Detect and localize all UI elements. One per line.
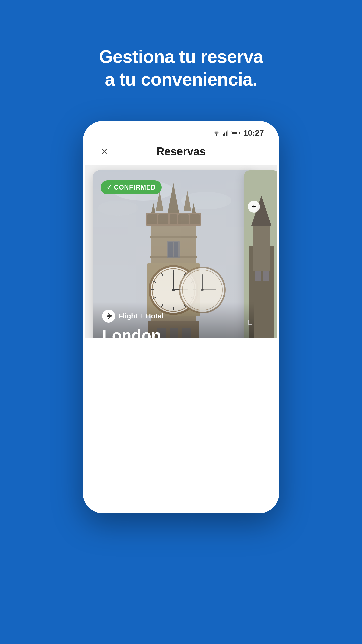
phone-frame: 10:27 × Reservas	[83, 121, 279, 513]
svg-rect-57	[253, 221, 270, 271]
status-bar: 10:27	[85, 123, 277, 140]
app-header: × Reservas	[85, 140, 277, 165]
bottom-space	[85, 338, 277, 511]
close-button[interactable]: ×	[98, 145, 111, 158]
svg-rect-59	[255, 271, 261, 281]
destination-name: London	[102, 327, 245, 338]
headline-line1: Gestiona tu reserva	[99, 45, 263, 68]
confirmed-label: CONFIRMED	[114, 183, 156, 191]
status-time: 10:27	[243, 128, 264, 138]
svg-rect-2	[224, 132, 225, 136]
phone-wrapper: 10:27 × Reservas	[78, 121, 284, 523]
app-title: Reservas	[156, 145, 206, 158]
headline-line2: a tu conveniencia.	[99, 68, 263, 91]
wifi-icon	[213, 130, 220, 136]
battery-icon	[231, 131, 239, 135]
status-icons: 10:27	[213, 128, 264, 138]
flight-hotel-text: Flight + Hotel	[119, 312, 163, 320]
flight-hotel-badge: Flight + Hotel	[102, 310, 245, 323]
svg-rect-4	[227, 130, 228, 136]
booking-card[interactable]: ✓ CONFIRMED Flight + Hotel	[93, 170, 254, 338]
svg-point-0	[216, 135, 217, 136]
signal-icon	[223, 130, 228, 136]
confirmed-badge: ✓ CONFIRMED	[101, 180, 162, 194]
card-content: Flight + Hotel London 12 Jun - 21 Jun 20…	[93, 302, 254, 338]
svg-rect-1	[223, 134, 224, 136]
flight-icon	[102, 310, 115, 323]
svg-rect-60	[263, 271, 269, 281]
card-area: ✓ CONFIRMED Flight + Hotel	[85, 165, 277, 338]
svg-rect-3	[226, 131, 227, 136]
card-image: ✓ CONFIRMED Flight + Hotel	[93, 170, 254, 338]
check-icon: ✓	[107, 184, 112, 191]
peek-flight-icon: ✈	[248, 201, 260, 213]
headline: Gestiona tu reserva a tu conveniencia.	[99, 45, 263, 91]
